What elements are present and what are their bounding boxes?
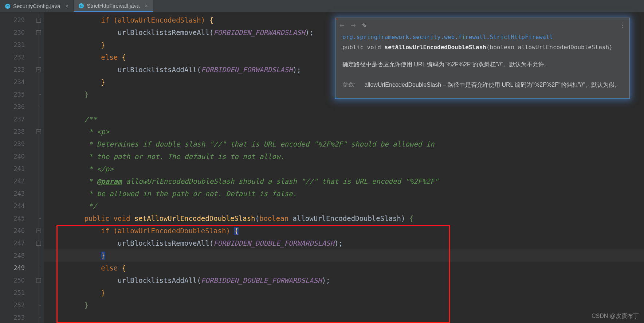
code-line: * Determines if double slash "//" that i…	[44, 138, 644, 150]
param-label: 参数:	[342, 80, 356, 90]
fold-marker[interactable]	[34, 187, 44, 200]
code-line: * <p>	[44, 125, 644, 138]
code-line: if (allowUrlEncodedDoubleSlash) {	[44, 225, 644, 237]
code-line: }	[44, 287, 644, 299]
line-number: 253	[0, 311, 34, 323]
code-line	[44, 101, 644, 113]
line-number: 252	[0, 299, 34, 311]
watermark: CSDN @皮蛋布丁	[592, 312, 639, 320]
line-number: 241	[0, 163, 34, 175]
line-number: 243	[0, 187, 34, 200]
java-class-icon: C	[79, 3, 84, 8]
code-line: urlBlocklistsAddAll(FORBIDDEN_DOUBLE_FOR…	[44, 274, 644, 287]
fold-marker[interactable]	[34, 311, 44, 323]
line-number: 231	[0, 39, 34, 51]
tab-securityconfig[interactable]: C SecurityConfig.java ×	[0, 0, 74, 12]
popup-body: org.springframework.security.web.firewal…	[335, 32, 630, 99]
fold-marker[interactable]	[34, 274, 44, 287]
line-number: 237	[0, 113, 34, 125]
code-line: * the path or not. The default is to not…	[44, 150, 644, 163]
fold-marker[interactable]	[34, 14, 44, 26]
method-signature: public void setAllowUrlEncodedDoubleSlas…	[342, 43, 623, 52]
forward-icon[interactable]: →	[351, 20, 356, 30]
fold-marker[interactable]	[34, 212, 44, 225]
tab-label: SecurityConfig.java	[13, 3, 60, 9]
fold-marker[interactable]	[34, 76, 44, 88]
fold-marker[interactable]	[34, 163, 44, 175]
close-icon[interactable]: ×	[145, 3, 148, 9]
code-line: /**	[44, 113, 644, 125]
qualified-name: org.springframework.security.web.firewal…	[342, 32, 623, 42]
line-number: 251	[0, 287, 34, 299]
line-number: 246	[0, 225, 34, 237]
line-number: 250	[0, 274, 34, 287]
code-line	[44, 311, 644, 323]
close-icon[interactable]: ×	[65, 3, 68, 9]
gutter: 2292302312322332342352362372382392402412…	[0, 12, 34, 323]
tab-stricthttpfirewall[interactable]: C StrictHttpFirewall.java ×	[74, 0, 153, 12]
fold-marker[interactable]	[34, 249, 44, 262]
more-icon[interactable]: ⋮	[619, 21, 625, 29]
java-class-icon: C	[5, 4, 10, 9]
fold-marker[interactable]	[34, 113, 44, 125]
code-line: }	[44, 299, 644, 311]
line-number: 234	[0, 76, 34, 88]
line-number: 232	[0, 51, 34, 63]
code-line: * </p>	[44, 163, 644, 175]
line-number: 239	[0, 138, 34, 150]
fold-marker[interactable]	[34, 88, 44, 101]
edit-icon[interactable]: ✎	[362, 21, 366, 29]
line-number: 230	[0, 26, 34, 39]
fold-marker[interactable]	[34, 138, 44, 150]
line-number: 249	[0, 262, 34, 274]
fold-marker[interactable]	[34, 175, 44, 187]
back-icon[interactable]: ←	[339, 20, 344, 30]
code-line: }	[44, 249, 644, 262]
fold-marker[interactable]	[34, 150, 44, 163]
fold-marker[interactable]	[34, 225, 44, 237]
fold-marker[interactable]	[34, 262, 44, 274]
documentation-popup[interactable]: ← → ✎ ⋮ org.springframework.security.web…	[335, 17, 630, 99]
code-line: public void setAllowUrlEncodedDoubleSlas…	[44, 212, 644, 225]
code-line: * @param allowUrlEncodedDoubleSlash shou…	[44, 175, 644, 187]
fold-marker[interactable]	[34, 39, 44, 51]
fold-marker[interactable]	[34, 51, 44, 63]
code-line: else {	[44, 262, 644, 274]
tab-label: StrictHttpFirewall.java	[87, 3, 140, 9]
line-number: 235	[0, 88, 34, 101]
line-number: 247	[0, 237, 34, 249]
code-line: */	[44, 200, 644, 212]
fold-marker[interactable]	[34, 63, 44, 76]
line-number: 240	[0, 150, 34, 163]
line-number: 238	[0, 125, 34, 138]
fold-marker[interactable]	[34, 299, 44, 311]
line-number: 242	[0, 175, 34, 187]
line-number: 229	[0, 14, 34, 26]
tabs-bar: C SecurityConfig.java × C StrictHttpFire…	[0, 0, 644, 12]
line-number: 236	[0, 101, 34, 113]
fold-marker[interactable]	[34, 287, 44, 299]
line-number: 245	[0, 212, 34, 225]
code-line: urlBlocklistsRemoveAll(FORBIDDEN_DOUBLE_…	[44, 237, 644, 249]
fold-marker[interactable]	[34, 26, 44, 39]
fold-marker[interactable]	[34, 200, 44, 212]
fold-column	[34, 12, 44, 323]
fold-marker[interactable]	[34, 237, 44, 249]
line-number: 248	[0, 249, 34, 262]
fold-marker[interactable]	[34, 101, 44, 113]
line-number: 244	[0, 200, 34, 212]
popup-params: 参数: allowUrlEncodedDoubleSlash – 路径中是否允许…	[342, 80, 623, 90]
code-line: * be allowed in the path or not. Default…	[44, 187, 644, 200]
popup-toolbar: ← → ✎ ⋮	[335, 18, 630, 32]
param-text: allowUrlEncodedDoubleSlash – 路径中是否允许使用 U…	[364, 80, 620, 90]
line-number: 233	[0, 63, 34, 76]
fold-marker[interactable]	[34, 125, 44, 138]
popup-description: 确定路径中是否应允许使用 URL 编码为"%2F%2F"的双斜杠"//"。默认为…	[342, 60, 623, 69]
